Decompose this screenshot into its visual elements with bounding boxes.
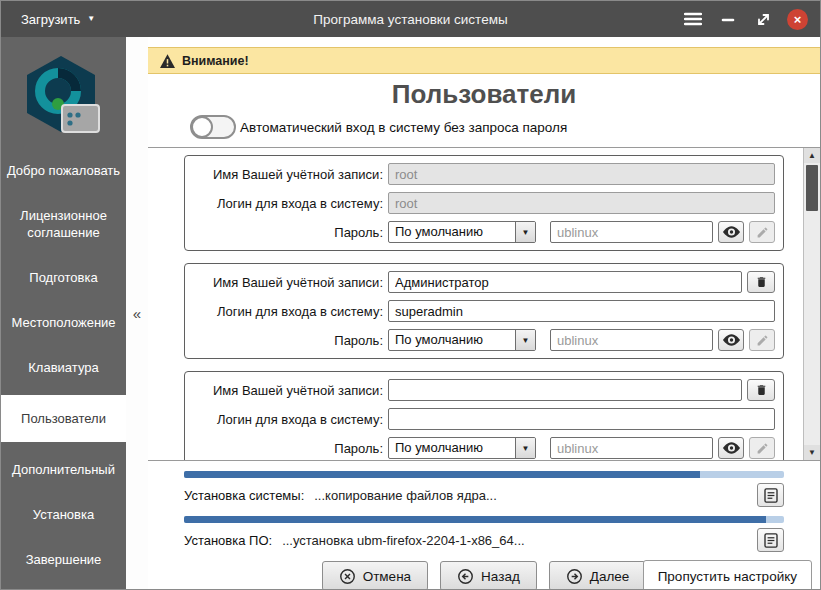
login-label: Логин для входа в систему: bbox=[193, 412, 383, 427]
progress-bar bbox=[184, 471, 784, 478]
sidebar-item-license[interactable]: Лицензионное соглашение bbox=[1, 198, 126, 250]
view-log-button[interactable] bbox=[757, 483, 784, 507]
eye-icon bbox=[723, 442, 740, 454]
password-mode-select[interactable]: По умолчанию ▼ bbox=[388, 329, 536, 351]
delete-user-button[interactable] bbox=[747, 271, 775, 293]
system-install-progress: Установка системы: ...копирование файлов… bbox=[184, 471, 784, 507]
pencil-icon bbox=[756, 226, 769, 239]
user-block-admin: Имя Вашей учётной записи: Логин для вход… bbox=[184, 263, 784, 359]
users-scroll-region: Имя Вашей учётной записи: Логин для вход… bbox=[148, 147, 820, 461]
cancel-circle-icon bbox=[339, 568, 356, 585]
autologin-toggle[interactable] bbox=[190, 115, 236, 139]
minimize-button[interactable] bbox=[717, 8, 739, 30]
account-name-label: Имя Вашей учётной записи: bbox=[193, 275, 383, 290]
progress-status: ...копирование файлов ядра... bbox=[314, 488, 497, 503]
scroll-up-button[interactable]: ▲ bbox=[804, 148, 820, 163]
user-block-new: Имя Вашей учётной записи: Логин для вход… bbox=[184, 371, 784, 460]
sidebar-item-users[interactable]: Пользователи bbox=[1, 395, 126, 442]
expand-icon bbox=[756, 12, 771, 27]
log-icon bbox=[764, 488, 778, 503]
login-label: Логин для входа в систему: bbox=[193, 196, 383, 211]
page-title: Пользователи bbox=[148, 79, 820, 110]
sidebar-item-additional[interactable]: Дополнительный bbox=[1, 452, 126, 487]
user-block-root: Имя Вашей учётной записи: Логин для вход… bbox=[184, 155, 784, 251]
progress-section: Установка системы: ...копирование файлов… bbox=[148, 461, 820, 561]
progress-status: ...установка ubm-firefox-2204-1-x86_64..… bbox=[282, 533, 525, 548]
show-password-button[interactable] bbox=[718, 221, 744, 243]
sidebar-nav: Добро пожаловать Лицензионное соглашение… bbox=[1, 149, 126, 589]
window-controls: × bbox=[682, 8, 808, 30]
account-name-label: Имя Вашей учётной записи: bbox=[193, 383, 383, 398]
password-input[interactable] bbox=[550, 221, 713, 243]
trash-icon bbox=[755, 383, 768, 397]
arrow-right-circle-icon bbox=[566, 568, 583, 585]
sidebar-item-preparation[interactable]: Подготовка bbox=[1, 260, 126, 295]
combo-arrow-icon: ▼ bbox=[515, 438, 535, 458]
scroll-up-icon: ▲ bbox=[808, 151, 816, 160]
sidebar: Добро пожаловать Лицензионное соглашение… bbox=[1, 37, 126, 589]
close-button[interactable]: × bbox=[787, 9, 808, 30]
combo-arrow-icon: ▼ bbox=[515, 330, 535, 350]
trash-icon bbox=[755, 275, 768, 289]
progress-bar-fill bbox=[184, 516, 766, 523]
footer-buttons: Отмена Назад Далее Пропустить настройку bbox=[148, 561, 820, 590]
show-password-button[interactable] bbox=[718, 437, 744, 459]
password-mode-select[interactable]: По умолчанию ▼ bbox=[388, 437, 536, 459]
progress-label: Установка ПО: bbox=[184, 533, 272, 548]
password-mode-select[interactable]: По умолчанию ▼ bbox=[388, 221, 536, 243]
maximize-button[interactable] bbox=[752, 8, 774, 30]
login-input bbox=[388, 192, 775, 214]
progress-bar bbox=[184, 516, 784, 523]
close-icon: × bbox=[794, 12, 802, 27]
scrollbar-thumb[interactable] bbox=[806, 165, 818, 211]
sidebar-item-completion[interactable]: Завершение bbox=[1, 542, 126, 577]
login-label: Логин для входа в систему: bbox=[193, 304, 383, 319]
eye-icon bbox=[723, 226, 740, 238]
delete-user-button[interactable] bbox=[747, 379, 775, 401]
next-button[interactable]: Далее bbox=[549, 561, 647, 590]
account-name-input[interactable] bbox=[388, 379, 742, 401]
hamburger-icon bbox=[684, 12, 702, 26]
account-name-input bbox=[388, 163, 775, 185]
pencil-icon bbox=[756, 334, 769, 347]
combo-arrow-icon: ▼ bbox=[515, 222, 535, 242]
cancel-button[interactable]: Отмена bbox=[322, 561, 428, 590]
account-name-input[interactable] bbox=[388, 271, 742, 293]
logo-icon bbox=[25, 54, 103, 142]
scroll-down-button[interactable]: ▼ bbox=[804, 445, 820, 460]
log-icon bbox=[764, 533, 778, 548]
software-install-progress: Установка ПО: ...установка ubm-firefox-2… bbox=[184, 516, 784, 552]
progress-label: Установка системы: bbox=[184, 488, 304, 503]
login-input[interactable] bbox=[388, 300, 775, 322]
password-label: Пароль: bbox=[193, 441, 383, 456]
load-button[interactable]: Загрузить ▼ bbox=[11, 8, 105, 31]
vertical-scrollbar: ▲ ▼ bbox=[803, 148, 820, 460]
password-input[interactable] bbox=[550, 329, 713, 351]
caret-down-icon: ▼ bbox=[87, 15, 95, 23]
autologin-label: Автоматический вход в систему без запрос… bbox=[240, 120, 567, 135]
skip-setup-button[interactable]: Пропустить настройку bbox=[643, 560, 812, 590]
login-input[interactable] bbox=[388, 408, 775, 430]
sidebar-item-location[interactable]: Местоположение bbox=[1, 305, 126, 340]
menu-button[interactable] bbox=[682, 8, 704, 30]
back-button[interactable]: Назад bbox=[440, 561, 537, 590]
view-log-button[interactable] bbox=[757, 528, 784, 552]
arrow-left-circle-icon bbox=[457, 568, 474, 585]
sidebar-item-installation[interactable]: Установка bbox=[1, 497, 126, 532]
progress-bar-fill bbox=[184, 471, 700, 478]
show-password-button[interactable] bbox=[718, 329, 744, 351]
sidebar-item-keyboard[interactable]: Клавиатура bbox=[1, 350, 126, 385]
password-label: Пароль: bbox=[193, 225, 383, 240]
password-label: Пароль: bbox=[193, 333, 383, 348]
password-input[interactable] bbox=[550, 437, 713, 459]
titlebar: Загрузить ▼ Программа установки системы bbox=[1, 1, 820, 37]
scrollbar-track[interactable] bbox=[804, 163, 820, 445]
minimize-icon bbox=[721, 12, 735, 26]
pencil-icon bbox=[756, 442, 769, 455]
scroll-down-icon: ▼ bbox=[808, 448, 816, 457]
sidebar-collapse-handle[interactable]: « bbox=[126, 37, 148, 589]
sidebar-item-welcome[interactable]: Добро пожаловать bbox=[1, 153, 126, 188]
installer-logo bbox=[1, 37, 126, 149]
users-list: Имя Вашей учётной записи: Логин для вход… bbox=[148, 148, 803, 460]
warning-bar: Внимание! bbox=[148, 47, 820, 74]
